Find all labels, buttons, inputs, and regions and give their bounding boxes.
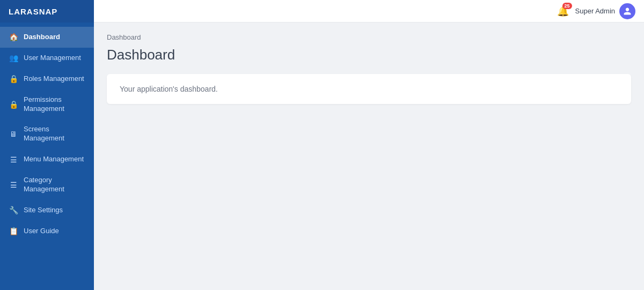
dashboard-card: Your application's dashboard. — [107, 74, 631, 104]
content-area: Dashboard Dashboard Your application's d… — [94, 23, 644, 290]
users-icon: 👥 — [9, 54, 18, 62]
sidebar-item-label: Roles Management — [24, 75, 84, 84]
user-name: Super Admin — [575, 7, 615, 15]
home-icon: 🏠 — [9, 33, 18, 41]
sidebar: LARASNAP 🏠 Dashboard 👥 User Management 🔒… — [0, 0, 94, 290]
category-icon: ☰ — [9, 181, 18, 189]
sidebar-item-label: Dashboard — [24, 33, 60, 42]
sidebar-item-user-management[interactable]: 👥 User Management — [0, 48, 94, 69]
topbar: 🔔 25 Super Admin — [94, 0, 644, 23]
dashboard-card-text: Your application's dashboard. — [120, 85, 618, 93]
sidebar-item-label: Menu Management — [24, 155, 84, 164]
avatar — [619, 3, 635, 19]
sidebar-item-dashboard[interactable]: 🏠 Dashboard — [0, 27, 94, 48]
user-info[interactable]: Super Admin — [575, 3, 635, 19]
sidebar-item-category-management[interactable]: ☰ Category Management — [0, 170, 94, 200]
sidebar-item-screens-management[interactable]: 🖥 Screens Management — [0, 119, 94, 149]
sidebar-nav: 🏠 Dashboard 👥 User Management 🔒 Roles Ma… — [0, 23, 94, 242]
sidebar-item-label: Screens Management — [24, 125, 85, 143]
notification-badge: 25 — [562, 3, 572, 9]
sidebar-item-menu-management[interactable]: ☰ Menu Management — [0, 149, 94, 170]
sidebar-item-user-guide[interactable]: 📋 User Guide — [0, 221, 94, 242]
lock-icon: 🔒 — [9, 75, 18, 83]
wrench-icon: 🔧 — [9, 206, 18, 214]
brand-name: LARASNAP — [9, 7, 57, 16]
guide-icon: 📋 — [9, 227, 18, 235]
sidebar-item-label: User Management — [24, 54, 81, 63]
sidebar-item-permissions-management[interactable]: 🔒 Permissions Management — [0, 90, 94, 120]
shield-icon: 🔒 — [9, 100, 18, 109]
sidebar-item-label: Site Settings — [24, 206, 63, 215]
sidebar-item-label: Category Management — [24, 176, 85, 194]
sidebar-item-label: User Guide — [24, 227, 59, 236]
sidebar-item-roles-management[interactable]: 🔒 Roles Management — [0, 69, 94, 90]
page-title: Dashboard — [107, 47, 631, 63]
sidebar-logo: LARASNAP — [0, 0, 94, 23]
sidebar-item-site-settings[interactable]: 🔧 Site Settings — [0, 200, 94, 221]
notification-bell[interactable]: 🔔 25 — [557, 5, 569, 17]
sidebar-item-label: Permissions Management — [24, 95, 85, 114]
menu-icon: ☰ — [9, 155, 18, 164]
breadcrumb: Dashboard — [107, 33, 631, 41]
main-wrapper: 🔔 25 Super Admin Dashboard Dashboard You… — [94, 0, 644, 290]
monitor-icon: 🖥 — [9, 130, 18, 138]
